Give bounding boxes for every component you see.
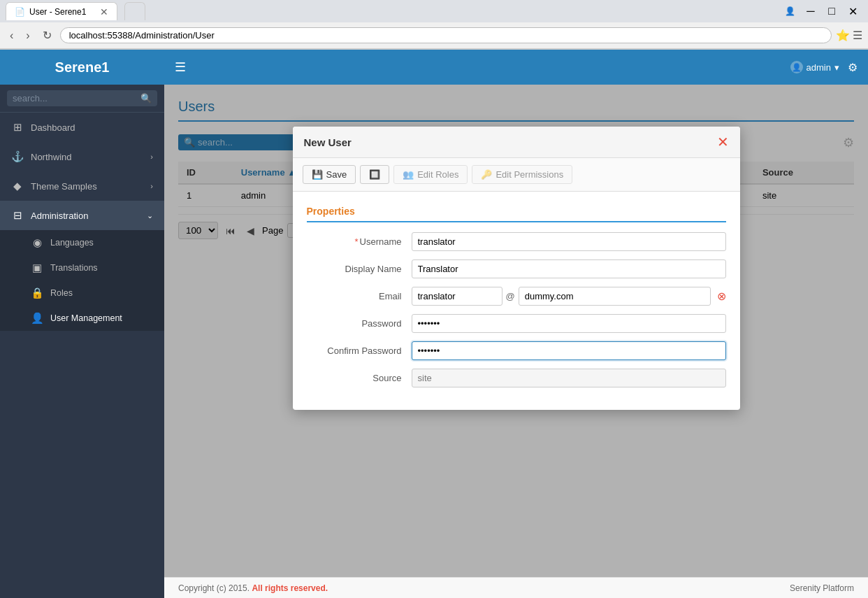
modal-body: Properties Username Display Name Email [293, 192, 740, 410]
main-content: Users 🔍 ⊕ New User ↻ Refresh ⚙ [164, 85, 868, 577]
chevron-right-icon: › [150, 152, 153, 161]
extra-icon: 🔲 [369, 169, 380, 180]
window-controls: 👤 ─ □ ✕ [780, 1, 862, 21]
modal-header: New User ✕ [293, 127, 740, 158]
confirm-password-row: Confirm Password [307, 341, 726, 360]
app-container: Serene1 🔍 ⊞ Dashboard ⚓ Northwind › ◆ Th… [0, 50, 868, 598]
share-icon[interactable]: ⚙ [848, 61, 858, 74]
confirm-password-input[interactable] [412, 341, 726, 360]
sidebar-item-label: Languages [50, 238, 94, 248]
sidebar-item-administration[interactable]: ⊟ Administration ⌄ [0, 201, 164, 230]
email-row: Email @ ⊗ [307, 287, 726, 306]
sidebar-item-user-management[interactable]: 👤 User Management [0, 306, 164, 331]
sidebar-nav: ⊞ Dashboard ⚓ Northwind › ◆ Theme Sample… [0, 113, 164, 598]
sidebar-item-label: Roles [50, 288, 73, 298]
sidebar-item-label: Translations [50, 263, 98, 273]
sidebar-item-dashboard[interactable]: ⊞ Dashboard [0, 113, 164, 142]
user-name-label: admin [806, 62, 831, 73]
search-icon: 🔍 [140, 93, 152, 104]
close-button[interactable]: ✕ [843, 1, 862, 21]
email-local-input[interactable] [412, 287, 502, 306]
browser-addressbar: ‹ › ↻ ⭐ ☰ [0, 22, 868, 49]
email-domain-input[interactable] [519, 287, 711, 306]
browser-toolbar: ⭐ ☰ [836, 29, 862, 42]
sidebar-item-label: Dashboard [31, 122, 75, 133]
address-bar[interactable] [60, 27, 832, 43]
maximize-button[interactable]: □ [822, 1, 841, 21]
permissions-icon: 🔑 [481, 169, 492, 180]
username-label: Username [307, 236, 412, 247]
browser-chrome: 📄 User - Serene1 ✕ 👤 ─ □ ✕ ‹ › ↻ ⭐ ☰ [0, 0, 868, 50]
sidebar-search-input[interactable] [13, 93, 140, 104]
profile-icon[interactable]: 👤 [780, 1, 800, 21]
display-name-label: Display Name [307, 264, 412, 274]
reload-button[interactable]: ↻ [38, 27, 56, 43]
edit-roles-button[interactable]: 👥 Edit Roles [393, 165, 468, 184]
chevron-right-icon: › [150, 182, 153, 190]
display-name-row: Display Name [307, 259, 726, 278]
section-title: Properties [307, 206, 726, 222]
sidebar-item-roles[interactable]: 🔒 Roles [0, 280, 164, 306]
lock-icon: 🔒 [31, 287, 43, 299]
footer-copyright: Copyright (c) 2015. All rights reserved. [178, 583, 328, 593]
sidebar-submenu: ◉ Languages ▣ Translations 🔒 Roles 👤 Use… [0, 230, 164, 331]
source-label: Source [307, 373, 412, 383]
source-row: Source [307, 369, 726, 387]
source-input [412, 369, 726, 387]
new-user-modal: New User ✕ 💾 Save 🔲 👥 Edit R [293, 127, 740, 410]
modal-overlay[interactable]: New User ✕ 💾 Save 🔲 👥 Edit R [164, 85, 868, 577]
sidebar-brand: Serene1 [0, 50, 164, 85]
copyright-brand: All rights reserved. [252, 583, 328, 593]
language-icon: ◉ [31, 236, 43, 249]
tab-title: User - Serene1 [29, 7, 86, 17]
user-icon: 👤 [31, 312, 43, 325]
main-header: ☰ 👤 admin ▾ ⚙ [164, 50, 868, 85]
admin-icon: ⊟ [11, 209, 24, 222]
roles-icon: 👥 [403, 169, 414, 180]
back-button[interactable]: ‹ [6, 28, 17, 43]
hamburger-icon[interactable]: ☰ [175, 59, 186, 75]
tab-close-button[interactable]: ✕ [100, 6, 108, 17]
edit-permissions-button[interactable]: 🔑 Edit Permissions [472, 165, 572, 184]
user-avatar-icon: 👤 [790, 61, 803, 73]
sidebar-search-container: 🔍 [0, 85, 164, 113]
sidebar-item-languages[interactable]: ◉ Languages [0, 230, 164, 255]
user-menu-button[interactable]: 👤 admin ▾ [790, 61, 839, 73]
email-label: Email [307, 291, 412, 301]
menu-icon[interactable]: ☰ [853, 29, 862, 42]
sidebar-item-northwind[interactable]: ⚓ Northwind › [0, 142, 164, 171]
modal-title: New User [304, 136, 352, 148]
sidebar: Serene1 🔍 ⊞ Dashboard ⚓ Northwind › ◆ Th… [0, 50, 164, 598]
save-icon: 💾 [312, 169, 323, 180]
browser-titlebar: 📄 User - Serene1 ✕ 👤 ─ □ ✕ [0, 0, 868, 22]
user-dropdown-icon: ▾ [834, 62, 839, 73]
browser-tab[interactable]: 📄 User - Serene1 ✕ [6, 2, 117, 20]
copyright-text: Copyright (c) 2015. [178, 583, 249, 593]
main-footer: Copyright (c) 2015. All rights reserved.… [164, 577, 868, 598]
confirm-password-label: Confirm Password [307, 346, 412, 356]
password-input[interactable] [412, 314, 726, 333]
display-name-input[interactable] [412, 259, 726, 278]
forward-button[interactable]: › [22, 28, 34, 43]
sidebar-item-translations[interactable]: ▣ Translations [0, 255, 164, 280]
sidebar-item-theme-samples[interactable]: ◆ Theme Samples › [0, 171, 164, 201]
username-input[interactable] [412, 232, 726, 251]
modal-toolbar: 💾 Save 🔲 👥 Edit Roles 🔑 Edit Permi [293, 158, 740, 192]
at-symbol: @ [506, 291, 515, 301]
bookmark-icon[interactable]: ⭐ [836, 29, 850, 42]
main-area: ☰ 👤 admin ▾ ⚙ Users 🔍 ⊕ [164, 50, 868, 598]
email-error-icon: ⊗ [717, 290, 726, 303]
anchor-icon: ⚓ [11, 150, 24, 163]
password-row: Password [307, 314, 726, 333]
dashboard-icon: ⊞ [11, 121, 24, 134]
minimize-button[interactable]: ─ [801, 1, 820, 21]
username-row: Username [307, 232, 726, 251]
sidebar-item-label: Theme Samples [31, 181, 97, 192]
modal-close-button[interactable]: ✕ [717, 135, 729, 149]
tab-favicon: 📄 [15, 7, 25, 17]
chevron-down-icon: ⌄ [147, 211, 153, 220]
save-button[interactable]: 💾 Save [303, 165, 356, 184]
sidebar-item-label: Administration [31, 211, 88, 221]
modal-extra-button[interactable]: 🔲 [360, 165, 389, 184]
email-group: @ ⊗ [412, 287, 726, 306]
